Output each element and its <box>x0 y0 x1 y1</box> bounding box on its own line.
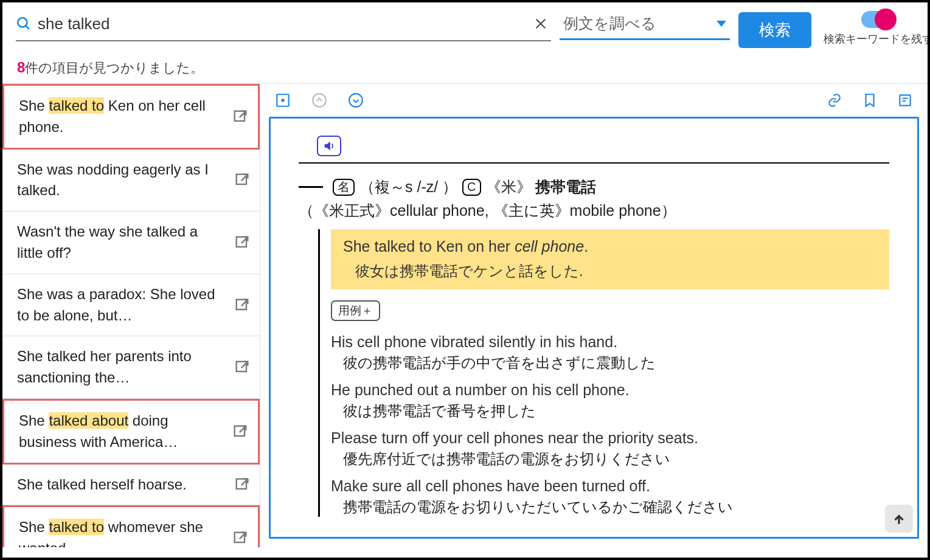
example-en: Make sure all cell phones have been turn… <box>331 477 889 495</box>
open-in-new-icon[interactable] <box>231 529 249 547</box>
result-item-text: Wasn't the way she talked a little off? <box>17 221 227 264</box>
bookmark-button[interactable] <box>861 91 879 109</box>
example-en: His cell phone vibrated silently in his … <box>331 333 889 351</box>
example-jp: 携帯電話の電源をお切りいただいているかご確認ください <box>343 497 889 517</box>
example-en: He punched out a number on his cell phon… <box>331 381 889 399</box>
countability-pill: C <box>462 179 481 196</box>
note-button[interactable] <box>896 91 914 109</box>
result-item-text: She talked to Ken on her cell phone. <box>19 95 225 138</box>
svg-line-1 <box>26 26 29 29</box>
search-field-wrap <box>16 11 551 41</box>
detail-pane: 名 （複～s /-z/ ） C 《米》 携帯電話 （《米正式》cellular … <box>260 84 928 547</box>
result-item-text: She talked about doing business with Ame… <box>19 410 225 453</box>
speaker-icon <box>322 139 336 153</box>
result-item[interactable]: She talked about doing business with Ame… <box>2 399 260 465</box>
result-item-text: She was nodding eagerly as I talked. <box>17 159 227 202</box>
keep-keyword-toggle[interactable] <box>861 11 895 28</box>
definition-row: 名 （複～s /-z/ ） C 《米》 携帯電話 （《米正式》cellular … <box>299 177 889 221</box>
svg-point-21 <box>282 99 283 101</box>
detail-toolbar <box>260 84 928 117</box>
example-jp: 優先席付近では携帯電話の電源をお切りください <box>343 449 889 469</box>
svg-rect-14 <box>235 426 245 435</box>
example-block: She talked to Ken on her cell phone. 彼女は… <box>318 229 889 517</box>
svg-rect-10 <box>237 299 246 309</box>
arrow-up-icon <box>891 511 907 527</box>
svg-point-0 <box>18 18 27 27</box>
result-item-text: She talked to whomever she wanted. <box>19 517 225 547</box>
svg-rect-8 <box>237 237 246 247</box>
search-mode-label: 例文を調べる <box>563 13 656 33</box>
scroll-to-top-button[interactable] <box>885 505 913 533</box>
result-item[interactable]: She was nodding eagerly as I talked. <box>2 150 260 212</box>
pos-pill: 名 <box>333 179 355 196</box>
open-in-new-icon[interactable] <box>233 233 251 252</box>
open-in-new-icon[interactable] <box>231 108 249 126</box>
result-item[interactable]: She talked to whomever she wanted. <box>2 505 260 547</box>
expand-button[interactable] <box>274 91 292 109</box>
result-list[interactable]: She talked to Ken on her cell phone.She … <box>2 84 260 547</box>
plural-info: （複～s /-z/ ） <box>359 177 457 197</box>
open-in-new-icon[interactable] <box>233 296 251 314</box>
result-count: 8件の項目が見つかりました。 <box>2 48 928 83</box>
highlighted-example-jp: 彼女は携帯電話でケンと話をした. <box>343 261 877 281</box>
example-jp: 彼の携帯電話が手の中で音を出さずに震動した <box>343 353 889 373</box>
headword: 携帯電話 <box>535 177 596 197</box>
result-item-text: She talked herself hoarse. <box>17 474 227 496</box>
chevron-down-icon <box>717 21 726 27</box>
open-in-new-icon[interactable] <box>231 423 249 441</box>
keep-keyword-toggle-wrap: 検索キーワードを残す <box>824 11 930 46</box>
svg-rect-16 <box>237 479 246 489</box>
audio-button[interactable] <box>317 136 341 156</box>
detail-body[interactable]: 名 （複～s /-z/ ） C 《米》 携帯電話 （《米正式》cellular … <box>269 117 919 539</box>
result-item-text: She talked her parents into sanctioning … <box>17 346 227 389</box>
svg-point-22 <box>313 94 326 107</box>
scroll-up-button[interactable] <box>310 91 328 109</box>
search-input[interactable] <box>38 15 530 33</box>
example-en: Please turn off your cell phones near th… <box>331 429 889 447</box>
top-bar: 例文を調べる 検索 検索キーワードを残す <box>2 2 928 48</box>
more-examples-button[interactable]: 用例＋ <box>331 300 380 321</box>
separator <box>299 162 889 164</box>
result-item[interactable]: She was a paradox: She loved to be alone… <box>2 274 260 337</box>
keep-keyword-label: 検索キーワードを残す <box>824 32 930 46</box>
result-item-text: She was a paradox: She loved to be alone… <box>17 284 227 327</box>
scroll-down-button[interactable] <box>347 91 365 109</box>
example-jp: 彼は携帯電話で番号を押した <box>343 401 889 421</box>
result-item[interactable]: She talked her parents into sanctioning … <box>2 336 260 399</box>
result-item[interactable]: Wasn't the way she talked a little off? <box>2 212 260 274</box>
svg-rect-6 <box>237 175 246 184</box>
gloss-tail: （《米正式》cellular phone, 《主に英》mobile phone） <box>299 201 676 221</box>
highlighted-example: She talked to Ken on her cell phone. 彼女は… <box>331 229 889 289</box>
svg-rect-12 <box>237 362 246 372</box>
result-count-suffix: 件の項目が見つかりました。 <box>25 60 204 75</box>
open-in-new-icon[interactable] <box>233 475 251 494</box>
search-icon <box>16 16 32 32</box>
open-in-new-icon[interactable] <box>233 171 251 189</box>
svg-rect-18 <box>235 533 245 542</box>
main-split: She talked to Ken on her cell phone.She … <box>2 83 928 547</box>
result-count-number: 8 <box>17 59 25 75</box>
open-in-new-icon[interactable] <box>233 358 251 376</box>
close-icon <box>534 17 547 30</box>
link-button[interactable] <box>825 91 844 109</box>
region-label: 《米》 <box>486 177 532 197</box>
svg-rect-4 <box>235 111 245 120</box>
result-item[interactable]: She talked herself hoarse. <box>2 465 260 506</box>
clear-search-button[interactable] <box>530 13 551 34</box>
svg-point-23 <box>349 94 363 107</box>
result-item[interactable]: She talked to Ken on her cell phone. <box>2 84 260 150</box>
search-button[interactable]: 検索 <box>738 12 811 48</box>
search-mode-select[interactable]: 例文を調べる <box>560 11 730 40</box>
